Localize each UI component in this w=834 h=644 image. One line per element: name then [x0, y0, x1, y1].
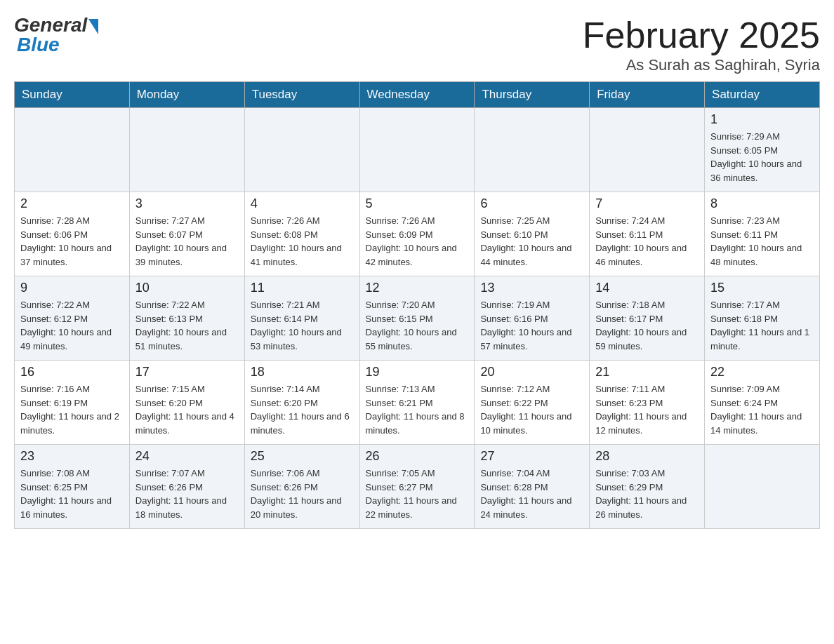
calendar-day-cell	[244, 108, 359, 192]
day-info: Sunrise: 7:15 AM Sunset: 6:20 PM Dayligh…	[135, 382, 239, 437]
calendar-day-cell	[129, 108, 244, 192]
logo-blue-text: Blue	[17, 34, 60, 56]
calendar-day-cell: 15Sunrise: 7:17 AM Sunset: 6:18 PM Dayli…	[705, 276, 820, 361]
day-info: Sunrise: 7:04 AM Sunset: 6:28 PM Dayligh…	[480, 467, 583, 521]
day-number: 1	[710, 112, 814, 127]
day-number: 26	[366, 449, 469, 464]
calendar-day-cell: 21Sunrise: 7:11 AM Sunset: 6:23 PM Dayli…	[590, 361, 705, 445]
calendar-week-row: 23Sunrise: 7:08 AM Sunset: 6:25 PM Dayli…	[15, 445, 820, 529]
day-of-week-header: Thursday	[475, 82, 590, 108]
location-subtitle: As Surah as Saghirah, Syria	[583, 56, 820, 74]
day-info: Sunrise: 7:26 AM Sunset: 6:09 PM Dayligh…	[366, 214, 469, 269]
day-number: 27	[480, 449, 583, 464]
calendar-day-cell: 17Sunrise: 7:15 AM Sunset: 6:20 PM Dayli…	[129, 361, 244, 445]
calendar-day-cell: 24Sunrise: 7:07 AM Sunset: 6:26 PM Dayli…	[129, 445, 244, 529]
calendar-day-cell: 14Sunrise: 7:18 AM Sunset: 6:17 PM Dayli…	[590, 276, 705, 361]
day-number: 20	[480, 365, 583, 380]
day-info: Sunrise: 7:29 AM Sunset: 6:05 PM Dayligh…	[710, 130, 814, 185]
calendar-day-cell	[705, 445, 820, 529]
title-area: February 2025 As Surah as Saghirah, Syri…	[583, 14, 820, 74]
day-info: Sunrise: 7:20 AM Sunset: 6:15 PM Dayligh…	[366, 298, 469, 353]
calendar-day-cell	[15, 108, 130, 192]
day-number: 11	[251, 281, 354, 295]
day-info: Sunrise: 7:25 AM Sunset: 6:10 PM Dayligh…	[480, 214, 583, 269]
day-number: 25	[251, 449, 354, 464]
day-info: Sunrise: 7:17 AM Sunset: 6:18 PM Dayligh…	[710, 298, 814, 353]
calendar-week-row: 1Sunrise: 7:29 AM Sunset: 6:05 PM Daylig…	[15, 108, 820, 192]
day-number: 9	[20, 281, 124, 295]
day-number: 22	[710, 365, 814, 380]
calendar-day-cell: 8Sunrise: 7:23 AM Sunset: 6:11 PM Daylig…	[705, 192, 820, 276]
day-info: Sunrise: 7:26 AM Sunset: 6:08 PM Dayligh…	[251, 214, 354, 269]
day-number: 19	[366, 365, 469, 380]
day-info: Sunrise: 7:03 AM Sunset: 6:29 PM Dayligh…	[595, 467, 699, 521]
day-number: 3	[135, 196, 239, 211]
calendar-day-cell: 25Sunrise: 7:06 AM Sunset: 6:26 PM Dayli…	[244, 445, 359, 529]
day-of-week-header: Saturday	[705, 82, 820, 108]
day-number: 23	[20, 449, 124, 464]
day-of-week-header: Friday	[590, 82, 705, 108]
calendar-day-cell: 9Sunrise: 7:22 AM Sunset: 6:12 PM Daylig…	[15, 276, 130, 361]
day-info: Sunrise: 7:19 AM Sunset: 6:16 PM Dayligh…	[480, 298, 583, 353]
day-info: Sunrise: 7:28 AM Sunset: 6:06 PM Dayligh…	[20, 214, 124, 269]
day-number: 7	[595, 196, 699, 211]
day-of-week-header: Sunday	[15, 82, 130, 108]
day-number: 12	[366, 281, 469, 295]
day-info: Sunrise: 7:22 AM Sunset: 6:12 PM Dayligh…	[20, 298, 124, 353]
calendar-day-cell: 11Sunrise: 7:21 AM Sunset: 6:14 PM Dayli…	[244, 276, 359, 361]
logo-triangle-icon	[88, 19, 98, 34]
calendar-day-cell	[475, 108, 590, 192]
calendar-day-cell: 10Sunrise: 7:22 AM Sunset: 6:13 PM Dayli…	[129, 276, 244, 361]
calendar-day-cell: 19Sunrise: 7:13 AM Sunset: 6:21 PM Dayli…	[359, 361, 475, 445]
day-info: Sunrise: 7:24 AM Sunset: 6:11 PM Dayligh…	[595, 214, 699, 269]
calendar-day-cell: 28Sunrise: 7:03 AM Sunset: 6:29 PM Dayli…	[590, 445, 705, 529]
day-info: Sunrise: 7:11 AM Sunset: 6:23 PM Dayligh…	[595, 382, 699, 437]
day-info: Sunrise: 7:22 AM Sunset: 6:13 PM Dayligh…	[135, 298, 239, 353]
day-info: Sunrise: 7:06 AM Sunset: 6:26 PM Dayligh…	[251, 467, 354, 521]
day-number: 18	[251, 365, 354, 380]
day-info: Sunrise: 7:21 AM Sunset: 6:14 PM Dayligh…	[251, 298, 354, 353]
day-info: Sunrise: 7:27 AM Sunset: 6:07 PM Dayligh…	[135, 214, 239, 269]
day-info: Sunrise: 7:16 AM Sunset: 6:19 PM Dayligh…	[20, 382, 124, 437]
calendar-day-cell: 22Sunrise: 7:09 AM Sunset: 6:24 PM Dayli…	[705, 361, 820, 445]
day-info: Sunrise: 7:18 AM Sunset: 6:17 PM Dayligh…	[595, 298, 699, 353]
calendar-day-cell: 23Sunrise: 7:08 AM Sunset: 6:25 PM Dayli…	[15, 445, 130, 529]
calendar-day-cell	[590, 108, 705, 192]
day-number: 5	[366, 196, 469, 211]
day-info: Sunrise: 7:14 AM Sunset: 6:20 PM Dayligh…	[251, 382, 354, 437]
day-info: Sunrise: 7:08 AM Sunset: 6:25 PM Dayligh…	[20, 467, 124, 521]
day-number: 24	[135, 449, 239, 464]
day-info: Sunrise: 7:07 AM Sunset: 6:26 PM Dayligh…	[135, 467, 239, 521]
day-of-week-header: Monday	[129, 82, 244, 108]
calendar-day-cell: 6Sunrise: 7:25 AM Sunset: 6:10 PM Daylig…	[475, 192, 590, 276]
day-number: 6	[480, 196, 583, 211]
month-title: February 2025	[583, 14, 820, 56]
day-number: 2	[20, 196, 124, 211]
calendar-table: SundayMondayTuesdayWednesdayThursdayFrid…	[14, 81, 820, 529]
calendar-header-row: SundayMondayTuesdayWednesdayThursdayFrid…	[15, 82, 820, 108]
calendar-day-cell: 2Sunrise: 7:28 AM Sunset: 6:06 PM Daylig…	[15, 192, 130, 276]
calendar-day-cell: 26Sunrise: 7:05 AM Sunset: 6:27 PM Dayli…	[359, 445, 475, 529]
calendar-week-row: 9Sunrise: 7:22 AM Sunset: 6:12 PM Daylig…	[15, 276, 820, 361]
day-number: 13	[480, 281, 583, 295]
day-info: Sunrise: 7:09 AM Sunset: 6:24 PM Dayligh…	[710, 382, 814, 437]
day-of-week-header: Tuesday	[244, 82, 359, 108]
calendar-day-cell: 1Sunrise: 7:29 AM Sunset: 6:05 PM Daylig…	[705, 108, 820, 192]
calendar-day-cell: 12Sunrise: 7:20 AM Sunset: 6:15 PM Dayli…	[359, 276, 475, 361]
day-info: Sunrise: 7:13 AM Sunset: 6:21 PM Dayligh…	[366, 382, 469, 437]
day-number: 8	[710, 196, 814, 211]
day-info: Sunrise: 7:12 AM Sunset: 6:22 PM Dayligh…	[480, 382, 583, 437]
calendar-day-cell: 3Sunrise: 7:27 AM Sunset: 6:07 PM Daylig…	[129, 192, 244, 276]
day-number: 16	[20, 365, 124, 380]
calendar-day-cell: 20Sunrise: 7:12 AM Sunset: 6:22 PM Dayli…	[475, 361, 590, 445]
day-number: 4	[251, 196, 354, 211]
calendar-day-cell: 13Sunrise: 7:19 AM Sunset: 6:16 PM Dayli…	[475, 276, 590, 361]
day-number: 15	[710, 281, 814, 295]
day-number: 10	[135, 281, 239, 295]
calendar-day-cell: 27Sunrise: 7:04 AM Sunset: 6:28 PM Dayli…	[475, 445, 590, 529]
day-info: Sunrise: 7:05 AM Sunset: 6:27 PM Dayligh…	[366, 467, 469, 521]
calendar-day-cell: 16Sunrise: 7:16 AM Sunset: 6:19 PM Dayli…	[15, 361, 130, 445]
day-number: 28	[595, 449, 699, 464]
day-info: Sunrise: 7:23 AM Sunset: 6:11 PM Dayligh…	[710, 214, 814, 269]
calendar-day-cell: 7Sunrise: 7:24 AM Sunset: 6:11 PM Daylig…	[590, 192, 705, 276]
